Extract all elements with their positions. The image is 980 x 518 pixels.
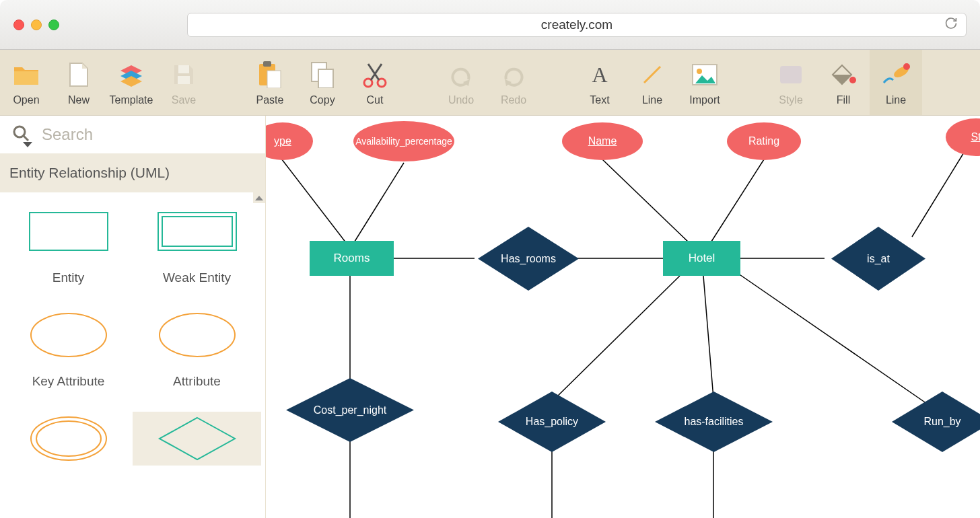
relation-has-facilities[interactable]: has-facilities [655,392,773,452]
fill-icon [830,59,857,90]
copy-icon [310,59,335,90]
diagram-canvas[interactable]: ype Availability_percentage Name Rating … [266,116,980,518]
toolbar-label: Save [172,94,196,106]
svg-rect-3 [263,61,271,67]
key-attribute-shape-icon [28,308,109,362]
svg-rect-6 [318,69,333,88]
svg-rect-4 [267,71,281,88]
save-icon [172,59,196,90]
folder-icon [13,59,40,90]
toolbar-label: Style [779,94,803,106]
svg-rect-21 [162,217,232,246]
undo-button[interactable]: Undo [435,50,487,115]
style-button[interactable]: Style [765,50,817,115]
text-tool-button[interactable]: A Text [573,50,626,115]
attribute-availability[interactable]: Availability_percentage [353,121,454,161]
toolbar-label: Template [110,94,153,106]
svg-point-16 [903,63,910,70]
shape-category-header[interactable]: Entity Relationship (UML) [0,153,265,192]
open-button[interactable]: Open [0,50,53,115]
refresh-icon[interactable] [944,16,958,33]
style-icon [777,59,804,90]
svg-point-22 [31,313,106,357]
line-tool-icon [640,59,664,90]
svg-line-27 [353,163,404,244]
toolbar: Open New Template Save Paste [0,50,980,116]
search-input[interactable] [42,125,253,144]
svg-line-38 [703,276,713,398]
relation-has-policy[interactable]: Has_policy [498,392,606,452]
undo-icon [448,59,474,90]
relationship-shape-icon [157,412,238,466]
toolbar-label: Line [642,94,662,106]
svg-point-24 [31,417,106,460]
new-button[interactable]: New [53,50,105,115]
search-dropdown-icon[interactable] [23,142,32,147]
minimize-window-button[interactable] [31,20,42,30]
line-style-button[interactable]: Line [870,50,922,115]
scroll-up-icon[interactable] [253,192,265,203]
line-style-icon [881,59,911,90]
weak-entity-shape-icon [157,205,238,258]
svg-rect-19 [30,213,108,250]
connector-layer [266,116,980,518]
shape-label: Weak Entity [163,270,231,285]
relation-run-by[interactable]: Run_by [892,392,980,452]
svg-line-18 [24,136,28,141]
line-tool-button[interactable]: Line [626,50,678,115]
shape-label: Attribute [173,374,221,389]
entity-hotel[interactable]: Hotel [663,241,740,276]
import-icon [691,59,718,90]
cut-icon [361,59,388,90]
save-button[interactable]: Save [158,50,210,115]
toolbar-label: Paste [256,94,284,106]
close-window-button[interactable] [13,20,24,30]
shape-entity[interactable]: Entity [4,205,133,285]
paste-button[interactable]: Paste [244,50,296,115]
toolbar-label: Redo [501,94,526,106]
toolbar-label: Undo [448,94,474,106]
toolbar-label: Fill [837,94,850,106]
shape-weak-entity[interactable]: Weak Entity [133,205,261,285]
shape-multivalued-attribute[interactable] [4,412,133,466]
svg-text:A: A [592,63,607,86]
svg-point-12 [697,69,702,74]
template-button[interactable]: Template [105,50,158,115]
toolbar-label: Copy [310,94,335,106]
entity-rooms[interactable]: Rooms [310,241,394,276]
shape-relationship[interactable] [133,412,261,466]
text-icon: A [588,59,611,90]
window-controls [13,20,59,30]
toolbar-label: Open [13,94,39,106]
relation-cost-per-night[interactable]: Cost_per_night [286,378,414,442]
svg-line-33 [912,149,966,237]
toolbar-label: Import [689,94,720,106]
shape-label: Entity [53,270,85,285]
browser-chrome: creately.com [0,0,980,50]
svg-rect-20 [158,213,236,250]
relation-is-at[interactable]: is_at [831,227,925,291]
svg-line-30 [602,159,690,244]
attribute-name[interactable]: Name [562,122,643,160]
multivalued-attribute-shape-icon [28,412,109,466]
redo-button[interactable]: Redo [487,50,540,115]
address-bar[interactable]: creately.com [187,13,967,37]
shape-attribute[interactable]: Attribute [133,308,261,389]
shape-key-attribute[interactable]: Key Attribute [4,308,133,389]
toolbar-label: Text [590,94,609,106]
import-button[interactable]: Import [678,50,731,115]
copy-button[interactable]: Copy [296,50,349,115]
attribute-rating[interactable]: Rating [727,122,801,160]
svg-line-36 [555,276,680,398]
svg-line-10 [644,67,660,83]
cut-button[interactable]: Cut [349,50,401,115]
fill-button[interactable]: Fill [817,50,870,115]
maximize-window-button[interactable] [48,20,59,30]
template-icon [118,59,145,90]
new-file-icon [69,59,89,90]
sidebar: Entity Relationship (UML) Entity Weak En… [0,116,266,518]
svg-point-14 [849,77,856,83]
relation-has-rooms[interactable]: Has_rooms [478,227,579,291]
svg-line-26 [279,156,347,244]
search-row [0,116,265,153]
